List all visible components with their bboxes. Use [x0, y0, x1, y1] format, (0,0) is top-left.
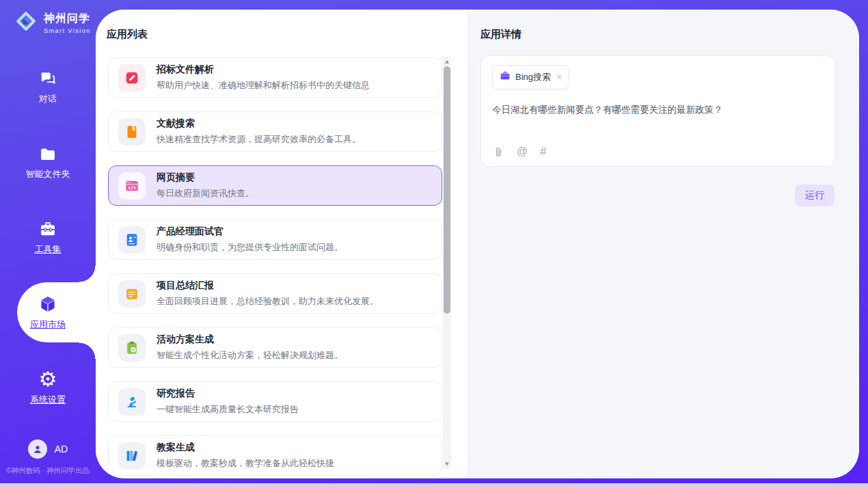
- app-card-web-summary[interactable]: 网页摘要 每日政府新闻资讯快查。: [108, 165, 442, 206]
- scroll-up-arrow[interactable]: ▲: [443, 57, 451, 66]
- brand-name: 神州问学: [44, 12, 91, 26]
- tool-tag-label: Bing搜索: [515, 71, 551, 83]
- run-button[interactable]: 运行: [795, 185, 835, 206]
- hash-icon[interactable]: #: [540, 146, 546, 158]
- tool-tag-bing-search[interactable]: Bing搜索 ×: [492, 65, 569, 90]
- chat-icon: [38, 69, 57, 88]
- tag-close-icon[interactable]: ×: [557, 72, 562, 82]
- app-card-title: 活动方案生成: [157, 334, 343, 346]
- browser-code-icon: [118, 172, 146, 200]
- app-card-lesson-plan[interactable]: 教案生成 模板驱动，教案秒成，教学准备从此轻松快捷: [108, 435, 442, 476]
- prompt-card: Bing搜索 × 今日湖北有哪些新闻要点？有哪些需要关注的最新政策？ @ #: [480, 55, 835, 167]
- app-card-literature-search[interactable]: 文献搜索 快速精准查找学术资源，提高研究效率的必备工具。: [108, 111, 442, 152]
- folder-icon: [38, 144, 57, 163]
- note-icon: [118, 280, 146, 308]
- books-icon: [118, 442, 146, 470]
- sidebar-item-label: 工具集: [35, 243, 62, 256]
- gear-icon: ⚙: [39, 370, 57, 389]
- sidebar-nav: 对话 智能文件夹 工具集 应用市场: [0, 49, 96, 425]
- app-detail-title: 应用详情: [469, 10, 859, 41]
- app-card-desc: 快速精准查找学术资源，提高研究效率的必备工具。: [157, 133, 361, 146]
- paperclip-icon[interactable]: [493, 146, 504, 158]
- sidebar-item-label: 应用市场: [30, 318, 66, 331]
- app-card-title: 项目总结汇报: [157, 280, 379, 292]
- sidebar-item-smart-folder[interactable]: 智能文件夹: [0, 124, 96, 200]
- prompt-toolbar: @ #: [493, 146, 546, 158]
- sidebar-item-toolset[interactable]: 工具集: [0, 200, 96, 275]
- sidebar-item-label: 智能文件夹: [26, 168, 70, 180]
- app-card-desc: 帮助用户快速、准确地理解和解析招标书中的关键信息: [157, 79, 370, 92]
- sidebar: 神州问学 Smart Vision 对话 智能文件夹: [0, 0, 96, 483]
- app-card-title: 教案生成: [157, 442, 334, 454]
- app-card-title: 招标文件解析: [157, 64, 370, 76]
- app-window: 神州问学 Smart Vision 对话 智能文件夹: [0, 0, 868, 488]
- resume-icon: [118, 226, 146, 254]
- app-detail-panel: 应用详情 Bing搜索 × 今日湖北有哪些新闻要点？有哪些需要关注的最新政策？ …: [468, 10, 859, 478]
- app-card-desc: 明确身份和职责，为您提供专业性的面试问题。: [157, 241, 343, 254]
- app-card-desc: 一键智能生成高质量长文本研究报告: [157, 403, 299, 416]
- main-container: 应用列表 招标文件解析 帮助用户快速、准确地理解和解析招标书中的关键信息: [96, 10, 859, 478]
- at-icon[interactable]: @: [517, 146, 528, 158]
- book-icon: [118, 118, 146, 146]
- app-card-desc: 模板驱动，教案秒成，教学准备从此轻松快捷: [157, 457, 334, 470]
- app-card-desc: 智能生成个性化活动方案，轻松解决规划难题。: [157, 349, 343, 362]
- app-card-bid-parse[interactable]: 招标文件解析 帮助用户快速、准确地理解和解析招标书中的关键信息: [108, 57, 442, 98]
- app-card-desc: 全面回顾项目进展，总结经验教训，助力未来优化发展。: [157, 295, 379, 308]
- sidebar-footer: ©神州数码 · 神州问学出品: [0, 466, 96, 476]
- sidebar-item-label: 对话: [39, 93, 57, 105]
- cube-icon: [38, 295, 57, 314]
- app-list-title: 应用列表: [96, 10, 468, 41]
- user-account[interactable]: AD: [0, 439, 96, 459]
- scrollbar-thumb[interactable]: [444, 66, 450, 314]
- brand-subtitle: Smart Vision: [44, 27, 91, 34]
- microscope-icon: [118, 388, 146, 416]
- user-label: AD: [55, 444, 68, 455]
- avatar: [28, 439, 47, 459]
- app-card-research-report[interactable]: 研究报告 一键智能生成高质量长文本研究报告: [108, 381, 442, 422]
- app-card-event-plan[interactable]: 活动方案生成 智能生成个性化活动方案，轻松解决规划难题。: [108, 327, 442, 368]
- prompt-input[interactable]: 今日湖北有哪些新闻要点？有哪些需要关注的最新政策？: [492, 104, 824, 116]
- toolbox-icon: [38, 219, 57, 239]
- sidebar-item-chat[interactable]: 对话: [0, 49, 96, 124]
- run-row: 运行: [469, 185, 835, 206]
- app-card-project-summary[interactable]: 项目总结汇报 全面回顾项目进展，总结经验教训，助力未来优化发展。: [108, 273, 442, 314]
- app-card-title: 研究报告: [157, 388, 299, 400]
- scroll-down-arrow[interactable]: ▼: [443, 460, 451, 468]
- sidebar-item-label: 系统设置: [30, 394, 66, 406]
- brand-diamond-icon: [14, 9, 38, 36]
- app-card-pm-interviewer[interactable]: 产品经理面试官 明确身份和职责，为您提供专业性的面试问题。: [108, 219, 442, 260]
- clipboard-check-icon: [118, 334, 146, 362]
- pen-square-icon: [118, 64, 146, 92]
- app-logo: 神州问学 Smart Vision: [0, 0, 96, 36]
- bottom-strip: [0, 483, 868, 488]
- briefcase-icon: [500, 70, 511, 84]
- app-card-list: 招标文件解析 帮助用户快速、准确地理解和解析招标书中的关键信息 文献搜索 快速精…: [108, 57, 442, 478]
- app-card-title: 文献搜索: [157, 118, 361, 130]
- app-list-panel: 应用列表 招标文件解析 帮助用户快速、准确地理解和解析招标书中的关键信息: [96, 10, 468, 478]
- scrollbar[interactable]: ▲ ▼: [443, 57, 451, 469]
- sidebar-item-app-market[interactable]: 应用市场: [0, 275, 96, 350]
- app-card-title: 网页摘要: [157, 172, 254, 184]
- app-card-title: 产品经理面试官: [157, 226, 343, 238]
- app-card-desc: 每日政府新闻资讯快查。: [157, 187, 254, 200]
- sidebar-item-settings[interactable]: ⚙ 系统设置: [0, 350, 96, 425]
